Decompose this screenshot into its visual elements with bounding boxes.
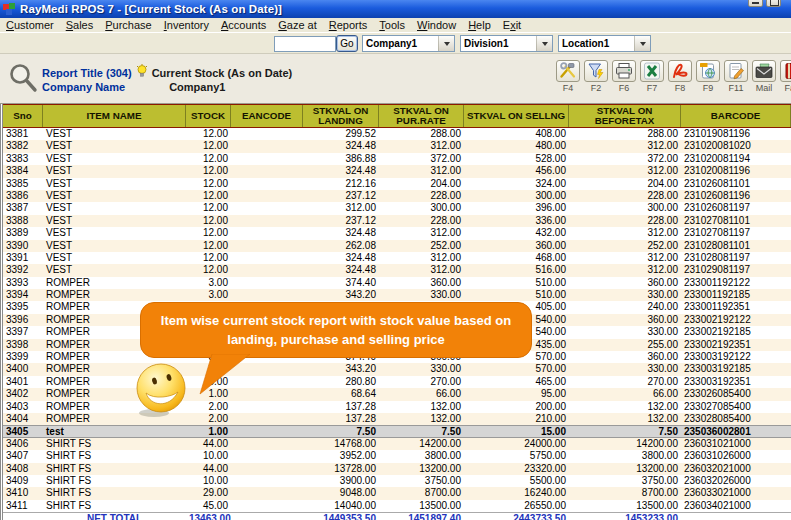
cell-pur: 204.00 xyxy=(379,178,464,190)
cell-stock: 44.00 xyxy=(186,463,231,475)
column-header-pur[interactable]: STKVAL ON PUR.RATE xyxy=(379,105,464,127)
table-row[interactable]: 3402ROMPER1.0068.6466.0095.0066.00233026… xyxy=(3,388,791,400)
cell-pur: 270.00 xyxy=(379,376,464,388)
cell-sell: 360.00 xyxy=(464,240,569,252)
table-row[interactable]: 3386VEST12.00237.12228.00300.00228.00231… xyxy=(3,190,791,202)
chevron-down-icon[interactable] xyxy=(438,36,454,51)
menu-item-tools[interactable]: Tools xyxy=(373,19,411,31)
cell-ean xyxy=(231,401,303,413)
cell-pur: 3800.00 xyxy=(379,450,464,462)
edit-button[interactable] xyxy=(724,60,748,82)
tools-button[interactable] xyxy=(556,60,580,82)
table-row[interactable]: 3384VEST12.00324.48312.00456.00312.00231… xyxy=(3,165,791,177)
go-button[interactable]: Go xyxy=(336,35,358,52)
cell-stock: 12.00 xyxy=(186,202,231,214)
column-header-barcode[interactable]: BARCODE xyxy=(681,105,791,127)
table-row[interactable]: 3388VEST12.00237.12228.00336.00228.00231… xyxy=(3,215,791,227)
cell-beforetax: 300.00 xyxy=(569,202,681,214)
column-header-landing[interactable]: STKVAL ON LANDING xyxy=(303,105,379,127)
table-row[interactable]: 3401ROMPER3.00280.80270.00465.00270.0023… xyxy=(3,376,791,388)
table-row[interactable]: 3407SHIRT FS10.003952.003800.005750.0038… xyxy=(3,450,791,462)
cell-pur: 13200.00 xyxy=(379,463,464,475)
table-row[interactable]: 3381VEST12.00299.52288.00408.00288.00231… xyxy=(3,128,791,140)
cell-beforetax: 255.00 xyxy=(569,339,681,351)
table-row[interactable]: 3400ROMPER3.00343.20330.00570.00330.0023… xyxy=(3,363,791,375)
search-input[interactable] xyxy=(274,36,336,52)
column-header-sno[interactable]: Sno xyxy=(3,105,43,127)
cell-sno: 3409 xyxy=(3,475,43,487)
pdf-button[interactable] xyxy=(668,60,692,82)
table-row[interactable]: 3406SHIRT FS44.0014768.0014200.0024000.0… xyxy=(3,438,791,450)
table-row[interactable]: 3411SHIRT FS45.0014040.0013500.0026550.0… xyxy=(3,500,791,512)
cell-barcode: 236032021000 xyxy=(681,463,791,475)
menu-item-customer[interactable]: Customer xyxy=(0,19,60,31)
cell-landing: 14040.00 xyxy=(303,500,379,512)
table-row[interactable]: 3403ROMPER2.00137.28132.00200.00132.0023… xyxy=(3,401,791,413)
mail-button[interactable] xyxy=(752,60,776,82)
menu-item-exit[interactable]: Exit xyxy=(497,19,527,31)
cell-ean xyxy=(231,202,303,214)
menu-item-purchase[interactable]: Purchase xyxy=(99,19,157,31)
favorites-button[interactable] xyxy=(780,60,791,82)
cell-stock: 12.00 xyxy=(186,190,231,202)
table-row[interactable]: 3387VEST12.00312.00300.00396.00300.00231… xyxy=(3,202,791,214)
cell-ean xyxy=(231,413,303,425)
cell-stock: 45.00 xyxy=(186,500,231,512)
chevron-down-icon[interactable] xyxy=(634,36,650,51)
table-row[interactable]: 3385VEST12.00212.16204.00324.00204.00231… xyxy=(3,178,791,190)
menu-item-gaze-at[interactable]: Gaze at xyxy=(272,19,323,31)
cell-barcode: 233028085400 xyxy=(681,413,791,425)
cell-pur: 8700.00 xyxy=(379,487,464,499)
excel-button[interactable] xyxy=(640,60,664,82)
action-key-label: F4 xyxy=(563,83,574,93)
cell-sell: 324.00 xyxy=(464,178,569,190)
table-row[interactable]: 3404ROMPER2.00137.28132.00210.00132.0023… xyxy=(3,413,791,425)
table-row[interactable]: 3389VEST12.00324.48312.00432.00312.00231… xyxy=(3,227,791,239)
table-row[interactable]: 3408SHIRT FS44.0013728.0013200.0023320.0… xyxy=(3,463,791,475)
table-row[interactable]: 3409SHIRT FS10.003900.003750.005500.0037… xyxy=(3,475,791,487)
column-header-stock[interactable]: STOCK xyxy=(186,105,231,127)
cell-item: VEST xyxy=(43,264,186,276)
table-row[interactable]: 3392VEST12.00324.48312.00516.00312.00231… xyxy=(3,264,791,276)
table-row[interactable]: 3394ROMPER3.00343.20330.00510.00330.0023… xyxy=(3,289,791,301)
cell-sno: 3388 xyxy=(3,215,43,227)
pdf-icon xyxy=(670,62,690,80)
table-row[interactable]: 3391VEST12.00324.48312.00468.00312.00231… xyxy=(3,252,791,264)
column-header-beforetax[interactable]: STKVAL ON BEFORETAX xyxy=(569,105,681,127)
filter-button[interactable] xyxy=(584,60,608,82)
cell-barcode: 233003192122 xyxy=(681,351,791,363)
menu-item-window[interactable]: Window xyxy=(411,19,462,31)
table-row[interactable]: 3393ROMPER3.00374.40360.00510.00360.0023… xyxy=(3,277,791,289)
table-row[interactable]: 3405test1.007.507.5015.007.5023503600280… xyxy=(3,425,791,437)
cell-beforetax: 330.00 xyxy=(569,326,681,338)
minimize-button[interactable] xyxy=(748,0,763,7)
restore-button[interactable] xyxy=(766,0,781,7)
table-row[interactable]: 3382VEST12.00324.48312.00480.00312.00231… xyxy=(3,140,791,152)
column-header-sell[interactable]: STKVAL ON SELLNG xyxy=(464,105,569,127)
column-header-item[interactable]: ITEM NAME xyxy=(43,105,186,127)
cell-sno: 3385 xyxy=(3,178,43,190)
action-key-label: F2 xyxy=(591,83,602,93)
cell-landing: 299.52 xyxy=(303,128,379,140)
menu-item-reports[interactable]: Reports xyxy=(323,19,374,31)
menu-item-sales[interactable]: Sales xyxy=(60,19,100,31)
cell-barcode: 233001192351 xyxy=(681,301,791,313)
cell-ean xyxy=(231,252,303,264)
location-combo[interactable]: Location1 xyxy=(558,35,651,52)
cell-pur: 330.00 xyxy=(379,289,464,301)
table-row[interactable]: 3390VEST12.00262.08252.00360.00252.00231… xyxy=(3,240,791,252)
cell-landing: 237.12 xyxy=(303,190,379,202)
export-win-button[interactable] xyxy=(696,60,720,82)
table-row[interactable]: 3410SHIRT FS29.009048.008700.0016240.008… xyxy=(3,487,791,499)
menu-item-help[interactable]: Help xyxy=(462,19,497,31)
printer-button[interactable] xyxy=(612,60,636,82)
menu-item-accounts[interactable]: Accounts xyxy=(215,19,272,31)
column-header-ean[interactable]: EANCODE xyxy=(231,105,303,127)
company-combo[interactable]: Company1 xyxy=(362,35,455,52)
cell-beforetax: 312.00 xyxy=(569,140,681,152)
division-combo[interactable]: Division1 xyxy=(460,35,553,52)
action-key-label: F8 xyxy=(675,83,686,93)
chevron-down-icon[interactable] xyxy=(536,36,552,51)
table-row[interactable]: 3383VEST12.00386.88372.00528.00372.00231… xyxy=(3,153,791,165)
menu-item-inventory[interactable]: Inventory xyxy=(158,19,215,31)
